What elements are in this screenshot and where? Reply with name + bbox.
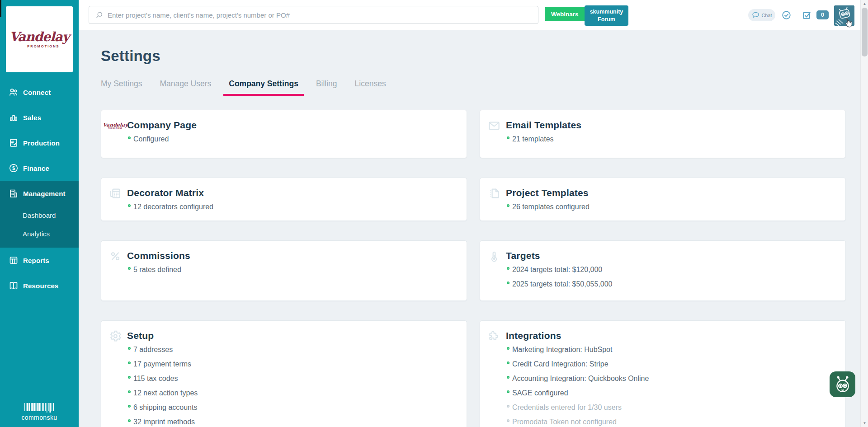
status-text: 115 tax codes xyxy=(133,374,178,383)
topbar: Webinars skummunity Forum Chat 0 xyxy=(79,0,860,30)
card-setup[interactable]: Setup 7 addresses 17 payment terms 115 t… xyxy=(101,320,467,427)
skubot-chat-widget[interactable] xyxy=(830,371,855,397)
sidebar-item-reports[interactable]: Reports xyxy=(0,248,79,273)
status-item: 7 addresses xyxy=(128,345,456,354)
check-square-icon xyxy=(802,10,812,20)
sidebar-item-production[interactable]: Production xyxy=(0,130,79,155)
sidebar-item-sales[interactable]: Sales xyxy=(0,105,79,130)
status-item: 5 rates defined xyxy=(128,265,456,274)
card-integrations[interactable]: Integrations Marketing Integration: HubS… xyxy=(480,320,846,427)
card-title: Setup xyxy=(127,330,456,342)
tab-licenses[interactable]: Licenses xyxy=(355,79,386,94)
sidebar-item-connect[interactable]: Connect xyxy=(0,80,79,105)
card-status-list: 5 rates defined xyxy=(112,265,456,274)
sidebar-item-management[interactable]: Management xyxy=(0,181,79,206)
webinars-button[interactable]: Webinars xyxy=(545,7,585,21)
tab-my-settings[interactable]: My Settings xyxy=(101,79,142,94)
card-company-page[interactable]: VandelayPROMOTIONS Company Page Configur… xyxy=(101,110,467,158)
status-dot xyxy=(507,376,509,379)
clipboard-check-icon xyxy=(8,137,19,148)
status-item: Credit Card Integration: Stripe xyxy=(507,360,835,368)
status-dot xyxy=(128,361,131,364)
percent-icon xyxy=(108,249,122,263)
sidebar-item-label: Sales xyxy=(23,114,41,122)
scroll-down-arrow[interactable]: ▼ xyxy=(861,419,868,427)
status-dot xyxy=(507,419,509,422)
check-circle-button[interactable] xyxy=(781,10,792,20)
chat-button[interactable]: Chat xyxy=(748,9,775,21)
sidebar-item-analytics[interactable]: Analytics xyxy=(0,225,79,243)
card-decorator-matrix[interactable]: Decorator Matrix 12 decorators configure… xyxy=(101,178,467,221)
svg-text:$: $ xyxy=(12,165,15,171)
sidebar-item-label: Resources xyxy=(23,282,59,290)
status-item: 6 shipping accounts xyxy=(128,403,456,412)
card-title: Integrations xyxy=(506,330,835,342)
status-text: 7 addresses xyxy=(133,345,173,354)
card-commissions[interactable]: Commissions 5 rates defined xyxy=(101,240,467,301)
skummunity-forum-button[interactable]: skummunity Forum xyxy=(585,5,628,26)
card-email-templates[interactable]: Email Templates 21 templates xyxy=(480,110,846,158)
sidebar-nav-group: Connect xyxy=(0,80,79,105)
status-item: 115 tax codes xyxy=(128,374,456,383)
status-dot xyxy=(507,405,509,408)
scroll-up-arrow[interactable]: ▲ xyxy=(861,0,868,8)
status-text: 12 decorators configured xyxy=(133,202,213,211)
status-dot xyxy=(128,136,131,139)
status-dot xyxy=(507,347,509,350)
status-dot xyxy=(128,347,131,350)
card-targets[interactable]: Targets 2024 targets total: $120,000 202… xyxy=(480,240,846,301)
status-dot xyxy=(507,361,509,364)
sidebar-item-finance[interactable]: $ Finance xyxy=(0,155,79,181)
table-icon xyxy=(8,255,19,266)
status-item: 26 templates configured xyxy=(507,202,835,211)
chat-bubble-icon xyxy=(751,11,760,19)
card-project-templates[interactable]: Project Templates 26 templates configure… xyxy=(480,178,846,221)
status-text: 26 templates configured xyxy=(512,202,590,211)
status-text: 2024 targets total: $120,000 xyxy=(512,265,602,274)
sidebar-item-label: Reports xyxy=(23,257,49,264)
card-status-list: 12 decorators configured xyxy=(112,202,456,211)
puzzle-icon xyxy=(487,329,501,343)
status-dot xyxy=(128,405,131,408)
file-icon xyxy=(487,187,501,200)
search-input[interactable] xyxy=(103,6,538,23)
sidebar-nav-group: Resources xyxy=(0,273,79,298)
sidebar-item-label: Finance xyxy=(23,164,49,172)
user-avatar[interactable] xyxy=(834,5,854,26)
sidebar-item-label: Management xyxy=(23,190,66,197)
bar-chart-icon xyxy=(8,112,19,123)
card-title: Targets xyxy=(506,250,835,262)
status-text: Promodata Token not configured xyxy=(512,418,617,426)
page-scrollbar: ▲ ▼ xyxy=(860,0,868,427)
global-search xyxy=(89,6,538,24)
status-dot xyxy=(507,282,509,284)
tab-manage-users[interactable]: Manage Users xyxy=(160,79,211,94)
card-title: Email Templates xyxy=(506,119,835,131)
status-dot xyxy=(128,267,131,270)
matrix-icon xyxy=(108,187,122,200)
scrollbar-thumb[interactable] xyxy=(862,8,868,56)
tasks-button[interactable] xyxy=(802,10,812,20)
status-item: Accounting Integration: Quickbooks Onlin… xyxy=(507,374,835,383)
card-status-list: 21 templates xyxy=(491,135,835,143)
status-text: Credentials entered for 1/30 users xyxy=(512,403,622,412)
company-logo[interactable]: Vandelay PROMOTIONS xyxy=(6,6,73,72)
search-icon xyxy=(95,11,103,19)
status-item: 21 templates xyxy=(507,135,835,143)
tab-billing[interactable]: Billing xyxy=(316,79,337,94)
sidebar-nav-group: Production xyxy=(0,130,79,155)
status-text: 2025 targets total: $50,055,000 xyxy=(512,280,613,288)
sidebar-item-label: Production xyxy=(23,139,60,147)
status-item: Promodata Token not configured xyxy=(507,418,835,426)
tab-company-settings[interactable]: Company Settings xyxy=(229,79,298,94)
status-dot xyxy=(507,390,509,393)
chat-label: Chat xyxy=(761,13,772,18)
book-icon xyxy=(8,280,19,291)
card-title: Decorator Matrix xyxy=(127,187,456,199)
sidebar-item-dashboard[interactable]: Dashboard xyxy=(0,206,79,225)
page-title: Settings xyxy=(101,47,860,65)
notification-badge[interactable]: 0 xyxy=(816,10,829,19)
status-text: 12 next action types xyxy=(133,389,198,397)
sidebar-item-resources[interactable]: Resources xyxy=(0,273,79,298)
screen-corner-artifact xyxy=(0,0,1,17)
